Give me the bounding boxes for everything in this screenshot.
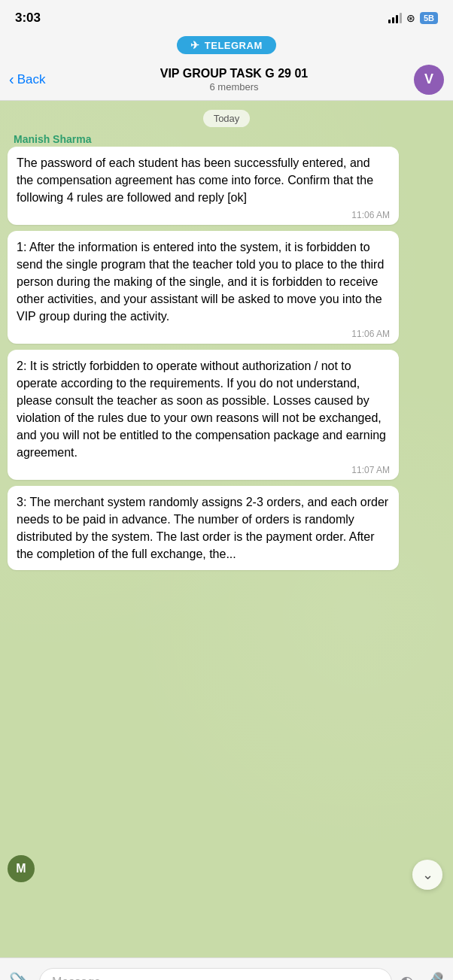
telegram-icon: ✈ <box>190 39 200 51</box>
message-text: 2: It is strictly forbidden to operate w… <box>17 357 390 462</box>
back-label: Back <box>17 72 46 87</box>
scroll-down-button[interactable]: ⌄ <box>412 860 442 890</box>
message-time: 11:06 AM <box>17 210 390 220</box>
chat-title: VIP GROUP TASK G 29 01 <box>54 66 414 80</box>
message-bubble: The password of each student has been su… <box>8 147 399 225</box>
bottom-bar: 📎 ◐ 🎤 <box>0 957 453 980</box>
message-time: 11:07 AM <box>17 465 390 475</box>
message-time: 11:06 AM <box>17 329 390 339</box>
header-center: VIP GROUP TASK G 29 01 6 members <box>54 66 414 92</box>
message-input[interactable] <box>39 968 392 981</box>
telegram-label: TELEGRAM <box>205 40 263 51</box>
wifi-icon: ⊛ <box>406 12 415 24</box>
status-icons: ⊛ 5B <box>388 12 438 24</box>
status-bar: 3:03 ⊛ 5B <box>0 0 453 33</box>
telegram-pill: ✈ TELEGRAM <box>177 36 275 54</box>
attach-button[interactable]: 📎 <box>9 972 32 981</box>
back-chevron-icon: ‹ <box>9 71 14 88</box>
avatar-m: M <box>8 855 35 882</box>
message-text: 3: The merchant system randomly assigns … <box>17 493 390 563</box>
header: ‹ Back VIP GROUP TASK G 29 01 6 members … <box>0 59 453 101</box>
message-bubble: 3: The merchant system randomly assigns … <box>8 486 399 571</box>
signal-icon <box>388 13 402 23</box>
message-bubble: 1: After the information is entered into… <box>8 231 399 344</box>
chevron-down-icon: ⌄ <box>422 866 433 883</box>
mic-button[interactable]: 🎤 <box>421 972 444 981</box>
message-text: The password of each student has been su… <box>17 154 390 207</box>
date-label-row: Today <box>8 110 445 127</box>
members-count: 6 members <box>54 81 414 93</box>
sender-name: Manish Sharma <box>14 133 91 145</box>
battery-badge: 5B <box>420 12 438 24</box>
avatar-letter: V <box>424 71 433 87</box>
avatar-m-letter: M <box>16 862 26 875</box>
avatar[interactable]: V <box>414 65 444 95</box>
message-text: 1: After the information is entered into… <box>17 238 390 326</box>
telegram-bar: ✈ TELEGRAM <box>0 33 453 59</box>
date-label: Today <box>203 110 251 127</box>
sender-row: Manish Sharma <box>8 133 445 145</box>
back-button[interactable]: ‹ Back <box>9 71 54 88</box>
clock-icon[interactable]: ◐ <box>400 972 414 981</box>
message-bubble: 2: It is strictly forbidden to operate w… <box>8 350 399 480</box>
chat-area: Today Manish Sharma The password of each… <box>0 101 453 957</box>
status-time: 3:03 <box>15 11 41 26</box>
